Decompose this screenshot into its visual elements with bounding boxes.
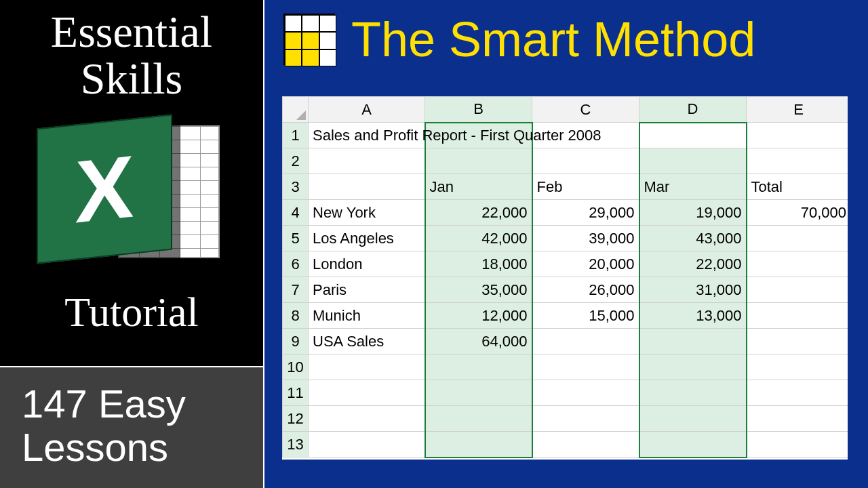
cell-E3[interactable]: Total [747,174,850,200]
cell-C3[interactable]: Feb [532,174,639,200]
spreadsheet[interactable]: A B C D E 1 Sales and Profit Report - Fi… [281,95,849,461]
column-header-row[interactable]: A B C D E [283,97,850,123]
cell-A5[interactable]: Los Angeles [309,226,425,251]
cell-B13[interactable] [425,432,532,458]
cell-E12[interactable] [747,406,850,432]
row-1[interactable]: 1 Sales and Profit Report - First Quarte… [283,123,850,148]
cell-C8[interactable]: 15,000 [532,303,639,329]
row-header[interactable]: 3 [283,174,309,200]
cell-D2[interactable] [639,148,747,174]
cell-A2[interactable] [309,148,425,174]
cell-B11[interactable] [425,380,532,406]
cell-E10[interactable] [747,354,850,380]
row-header[interactable]: 5 [283,226,309,251]
cell-D6[interactable]: 22,000 [639,251,747,277]
cell-B7[interactable]: 35,000 [425,277,532,303]
col-header-E[interactable]: E [747,97,850,123]
cell-D4[interactable]: 19,000 [639,200,747,226]
cell-B10[interactable] [425,354,532,380]
row-2[interactable]: 2 [283,148,850,174]
cell-E8[interactable] [747,303,850,329]
cell-A4[interactable]: New York [309,200,425,226]
col-header-C[interactable]: C [532,97,639,123]
cell-D3[interactable]: Mar [639,174,747,200]
row-header[interactable]: 2 [283,148,309,174]
cell-B6[interactable]: 18,000 [425,251,532,277]
row-header[interactable]: 13 [283,432,309,458]
row-3[interactable]: 3 Jan Feb Mar Total [283,174,850,200]
cell-D5[interactable]: 43,000 [639,226,747,251]
cell-B9[interactable]: 64,000 [425,329,532,354]
lesson-line2: Lessons [22,426,263,469]
row-11[interactable]: 11 [283,380,850,406]
cell-C13[interactable] [532,432,639,458]
cell-D12[interactable] [639,406,747,432]
cell-A12[interactable] [309,406,425,432]
cell-A3[interactable] [309,174,425,200]
row-13[interactable]: 13 [283,432,850,458]
row-4[interactable]: 4 New York 22,000 29,000 19,000 70,000 [283,200,850,226]
col-header-D[interactable]: D [639,97,747,123]
cell-B2[interactable] [425,148,532,174]
row-header[interactable]: 12 [283,406,309,432]
cell-C12[interactable] [532,406,639,432]
cell-D9[interactable] [639,329,747,354]
cell-E6[interactable] [747,251,850,277]
row-12[interactable]: 12 [283,406,850,432]
cell-A11[interactable] [309,380,425,406]
row-header[interactable]: 9 [283,329,309,354]
cell-E9[interactable] [747,329,850,354]
cell-E4[interactable]: 70,000 [747,200,850,226]
cell-E13[interactable] [747,432,850,458]
cell-B12[interactable] [425,406,532,432]
cell-A13[interactable] [309,432,425,458]
cell-D1[interactable] [639,123,747,148]
cell-A1[interactable]: Sales and Profit Report - First Quarter … [309,123,425,148]
row-header[interactable]: 8 [283,303,309,329]
row-9[interactable]: 9 USA Sales 64,000 [283,329,850,354]
cell-E1[interactable] [747,123,850,148]
row-header[interactable]: 1 [283,123,309,148]
row-5[interactable]: 5 Los Angeles 42,000 39,000 43,000 [283,226,850,251]
sidebar-title-line1: Essential [0,8,263,55]
row-header[interactable]: 4 [283,200,309,226]
cell-E2[interactable] [747,148,850,174]
cell-C5[interactable]: 39,000 [532,226,639,251]
cell-C4[interactable]: 29,000 [532,200,639,226]
cell-E5[interactable] [747,226,850,251]
cell-C9[interactable] [532,329,639,354]
row-6[interactable]: 6 London 18,000 20,000 22,000 [283,251,850,277]
cell-D11[interactable] [639,380,747,406]
cell-C6[interactable]: 20,000 [532,251,639,277]
col-header-A[interactable]: A [309,97,425,123]
cell-C10[interactable] [532,354,639,380]
cell-B4[interactable]: 22,000 [425,200,532,226]
row-header[interactable]: 10 [283,354,309,380]
cell-C7[interactable]: 26,000 [532,277,639,303]
row-header[interactable]: 7 [283,277,309,303]
cell-A9[interactable]: USA Sales [309,329,425,354]
cell-D8[interactable]: 13,000 [639,303,747,329]
col-header-B[interactable]: B [425,97,532,123]
cell-E7[interactable] [747,277,850,303]
cell-D10[interactable] [639,354,747,380]
cell-C2[interactable] [532,148,639,174]
row-header[interactable]: 6 [283,251,309,277]
cell-B3[interactable]: Jan [425,174,532,200]
cell-E11[interactable] [747,380,850,406]
cell-A10[interactable] [309,354,425,380]
cell-A8[interactable]: Munich [309,303,425,329]
cell-C11[interactable] [532,380,639,406]
cell-B5[interactable]: 42,000 [425,226,532,251]
cell-D13[interactable] [639,432,747,458]
cell-D7[interactable]: 31,000 [639,277,747,303]
cell-A7[interactable]: Paris [309,277,425,303]
brand-title: The Smart Method [351,12,755,67]
row-header[interactable]: 11 [283,380,309,406]
row-10[interactable]: 10 [283,354,850,380]
row-7[interactable]: 7 Paris 35,000 26,000 31,000 [283,277,850,303]
cell-B8[interactable]: 12,000 [425,303,532,329]
cell-A6[interactable]: London [309,251,425,277]
row-8[interactable]: 8 Munich 12,000 15,000 13,000 [283,303,850,329]
select-all-corner[interactable] [283,97,309,123]
